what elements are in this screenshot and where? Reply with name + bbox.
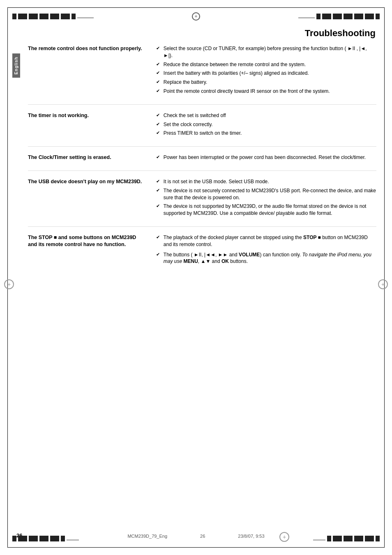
solution-item: ✔ Power has been interrupted or the powe… xyxy=(156,154,376,161)
bar-seg xyxy=(61,14,70,19)
solution-usb-list: ✔ It is not set in the USB mode. Select … xyxy=(156,178,376,217)
solution-item: ✔ Point the remote control directly towa… xyxy=(156,88,376,95)
bar-seg xyxy=(50,14,59,19)
solution-item: ✔ Check the set is switched off xyxy=(156,112,376,119)
bar-seg xyxy=(365,14,374,19)
solution-timer-list: ✔ Check the set is switched off ✔ Set th… xyxy=(156,112,376,137)
registration-mark-left: + xyxy=(4,279,14,289)
solution-item: ✔ Set the clock correctly. xyxy=(156,121,376,128)
problem-remote-col: The remote control does not function pro… xyxy=(28,45,150,97)
problem-timer-text: The timer is not working. xyxy=(28,113,89,118)
bar-seg xyxy=(376,14,380,19)
troubleshoot-row-usb: The USB device doesn't play on my MCM239… xyxy=(28,171,376,227)
troubleshoot-row-remote: The remote control does not function pro… xyxy=(28,41,376,105)
solution-item: ✔ Select the source (CD or TUNER, for ex… xyxy=(156,45,376,59)
solution-item: ✔ Replace the battery. xyxy=(156,79,376,86)
troubleshoot-row-timer: The timer is not working. ✔ Check the se… xyxy=(28,105,376,147)
problem-usb-text: The USB device doesn't play on my MCM239… xyxy=(28,179,142,184)
page-title: Troubleshooting xyxy=(305,28,376,39)
bar-seg xyxy=(322,14,331,19)
problem-clock-col: The Clock/Timer setting is erased. xyxy=(28,154,150,163)
problem-stop-text: The STOP ■ and some buttons on MCM239D a… xyxy=(28,235,136,248)
solution-item: ✔ Press TIMER to switch on the timer. xyxy=(156,130,376,137)
problem-remote-text: The remote control does not function pro… xyxy=(28,46,142,51)
solution-clock-list: ✔ Power has been interrupted or the powe… xyxy=(156,154,376,161)
problem-clock-text: The Clock/Timer setting is erased. xyxy=(28,154,111,160)
solution-item: ✔ Insert the battery with its polarities… xyxy=(156,70,376,77)
page-border-right xyxy=(384,7,385,548)
bar-seg xyxy=(39,14,48,19)
solution-item: ✔ The device is not supported by MCM239D… xyxy=(156,203,376,217)
bar-seg xyxy=(29,14,38,19)
solution-clock-col: ✔ Power has been interrupted or the powe… xyxy=(150,154,376,163)
footer-bar-left xyxy=(12,536,79,541)
solution-item: ✔ The playback of the docked player cann… xyxy=(156,234,376,248)
page-border-top xyxy=(7,7,385,8)
solution-timer-col: ✔ Check the set is switched off ✔ Set th… xyxy=(150,112,376,139)
registration-mark-right: + xyxy=(378,279,388,289)
bar-seg xyxy=(12,14,16,19)
bar-seg xyxy=(344,14,353,19)
bar-line xyxy=(77,18,94,18)
page-border-left xyxy=(7,7,8,548)
bar-seg xyxy=(71,14,76,19)
troubleshoot-row-stop: The STOP ■ and some buttons on MCM239D a… xyxy=(28,227,376,274)
solution-remote-col: ✔ Select the source (CD or TUNER, for ex… xyxy=(150,45,376,97)
sidebar-english-label: English xyxy=(12,53,20,78)
footer-bar-right xyxy=(313,536,380,541)
solution-item: ✔ The buttons ( ►II, |◄◄, ►► and VOLUME)… xyxy=(156,251,376,265)
solution-item: ✔ Reduce the distance between the remote… xyxy=(156,61,376,68)
troubleshoot-row-clock: The Clock/Timer setting is erased. ✔ Pow… xyxy=(28,147,376,171)
header-bar-left xyxy=(12,14,94,19)
problem-usb-col: The USB device doesn't play on my MCM239… xyxy=(28,178,150,219)
bar-seg xyxy=(316,14,321,19)
bar-seg xyxy=(18,14,27,19)
bar-seg xyxy=(333,14,342,19)
footer-bar xyxy=(12,534,380,543)
registration-mark-top xyxy=(192,12,200,21)
solution-usb-col: ✔ It is not set in the USB mode. Select … xyxy=(150,178,376,219)
solution-item: ✔ It is not set in the USB mode. Select … xyxy=(156,178,376,185)
solution-stop-col: ✔ The playback of the docked player cann… xyxy=(150,234,376,267)
solution-stop-list: ✔ The playback of the docked player cann… xyxy=(156,234,376,265)
problem-stop-col: The STOP ■ and some buttons on MCM239D a… xyxy=(28,234,150,267)
problem-timer-col: The timer is not working. xyxy=(28,112,150,139)
page-border-bottom xyxy=(7,547,385,548)
bar-line xyxy=(298,18,315,18)
header-bar xyxy=(12,12,380,21)
solution-item: ✔ The device is not securely connected t… xyxy=(156,187,376,201)
main-content: The remote control does not function pro… xyxy=(28,41,376,522)
bar-seg xyxy=(354,14,363,19)
header-bar-right xyxy=(298,14,380,19)
solution-remote-list: ✔ Select the source (CD or TUNER, for ex… xyxy=(156,45,376,95)
